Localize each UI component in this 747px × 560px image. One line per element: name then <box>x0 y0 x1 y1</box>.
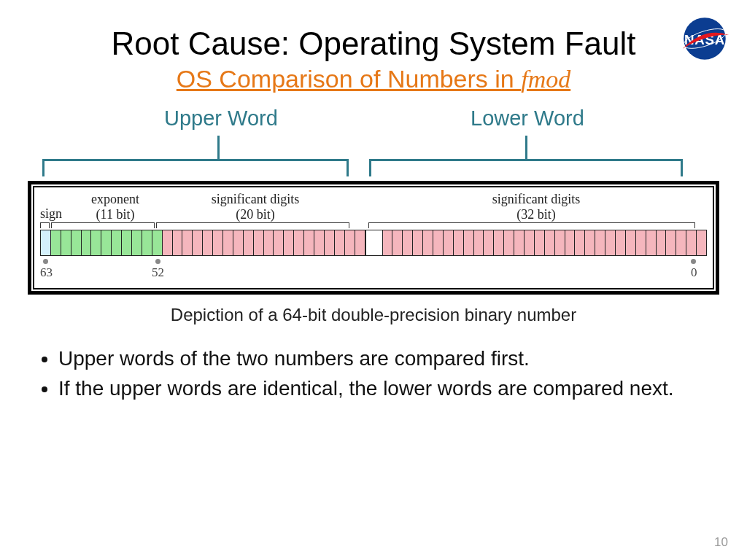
sig20-label-line1: significant digits <box>171 192 339 207</box>
bit-cell <box>274 230 284 255</box>
bit-cell <box>676 230 686 255</box>
word-brackets <box>0 136 747 181</box>
bit-cell <box>101 230 112 255</box>
bit-cell <box>616 230 626 255</box>
bit-diagram: sign exponent (11 bit) significant digit… <box>28 181 719 295</box>
bit-cell <box>392 230 403 255</box>
field-labels: sign exponent (11 bit) significant digit… <box>40 192 707 222</box>
bit-cell <box>325 230 335 255</box>
exponent-label: exponent (11 bit) <box>75 192 155 222</box>
sig20-bracket <box>156 222 349 228</box>
bit-cell <box>525 230 535 255</box>
bit-cell <box>657 230 667 255</box>
bit-cell <box>314 230 325 255</box>
bit-cell <box>595 230 605 255</box>
bit-cell <box>142 230 152 255</box>
sign-bracket <box>40 222 50 228</box>
bit-cell <box>423 230 433 255</box>
bit-cell <box>182 230 193 255</box>
bit-cell <box>433 230 444 255</box>
bit-cell <box>61 230 71 255</box>
sig32-label: significant digits (32 bit) <box>434 192 638 222</box>
bits-row <box>40 230 707 256</box>
lower-word-label: Lower Word <box>471 106 584 131</box>
lower-stem <box>525 136 527 159</box>
sign-label: sign <box>40 206 62 222</box>
bit-cell <box>294 230 304 255</box>
sig32-bracket <box>368 222 695 228</box>
bit-cell <box>71 230 82 255</box>
diagram-caption: Depiction of a 64-bit double-precision b… <box>0 305 747 325</box>
bit-cell <box>514 230 525 255</box>
slide-title: Root Cause: Operating System Fault <box>0 0 747 62</box>
bit-cell <box>636 230 646 255</box>
bit-cell <box>152 230 163 255</box>
word-labels-row: Upper Word Lower Word <box>0 106 747 136</box>
dot-0 <box>691 259 696 264</box>
bit-cell <box>132 230 142 255</box>
bit-cell <box>173 230 183 255</box>
slide-subtitle: OS Comparison of Numbers in fmod <box>0 65 747 93</box>
index-52: 52 <box>152 265 164 280</box>
sig32-label-line2: (32 bit) <box>434 207 638 222</box>
bit-cell <box>193 230 203 255</box>
index-63: 63 <box>40 265 53 280</box>
bit-cell <box>203 230 213 255</box>
word-gap <box>365 230 383 255</box>
bit-cell <box>484 230 494 255</box>
upper-bracket <box>42 159 349 176</box>
bit-cell <box>244 230 254 255</box>
sig20-label-line2: (20 bit) <box>171 207 339 222</box>
bit-cell <box>444 230 454 255</box>
bit-cell <box>474 230 484 255</box>
exponent-bracket <box>51 222 155 228</box>
upper-stem <box>217 136 220 159</box>
bit-cell <box>82 230 92 255</box>
bit-cell <box>91 230 101 255</box>
bit-cell <box>383 230 393 255</box>
bit-cell <box>284 230 294 255</box>
bit-cell <box>504 230 514 255</box>
bit-cell <box>345 230 355 255</box>
sig20-label: significant digits (20 bit) <box>171 192 339 222</box>
bit-cell <box>264 230 274 255</box>
bit-cell <box>51 230 61 255</box>
bit-cell <box>304 230 314 255</box>
bit-cell <box>565 230 576 255</box>
index-0: 0 <box>691 265 697 280</box>
exponent-label-line2: (11 bit) <box>75 207 155 222</box>
bit-cell <box>213 230 223 255</box>
bit-cell <box>494 230 504 255</box>
subtitle-text: OS Comparison of Numbers in <box>177 65 521 93</box>
bit-cell <box>454 230 464 255</box>
bit-cell <box>163 230 173 255</box>
bit-cell <box>626 230 636 255</box>
bit-cell <box>223 230 233 255</box>
bit-cell <box>575 230 585 255</box>
bit-cell <box>112 230 122 255</box>
bit-cell <box>646 230 657 255</box>
bit-index-row: 63 52 0 <box>40 259 707 281</box>
bit-cell <box>535 230 545 255</box>
bit-cell <box>335 230 345 255</box>
subtitle-code: fmod <box>521 66 570 93</box>
page-number: 10 <box>714 535 728 550</box>
bit-cell <box>686 230 697 255</box>
bit-cell <box>41 230 51 255</box>
bit-cell <box>122 230 132 255</box>
bit-cell <box>697 230 706 255</box>
upper-word-label: Upper Word <box>164 106 278 131</box>
bullet-item: Upper words of the two numbers are compa… <box>58 346 706 373</box>
bit-cell <box>254 230 264 255</box>
lower-bracket <box>369 159 683 176</box>
exponent-label-line1: exponent <box>75 192 155 207</box>
bit-cell <box>666 230 676 255</box>
bullet-list: Upper words of the two numbers are compa… <box>41 346 706 402</box>
dot-63 <box>43 259 48 264</box>
bit-cell <box>413 230 423 255</box>
sig32-label-line1: significant digits <box>434 192 638 207</box>
bit-cell <box>555 230 565 255</box>
dot-52 <box>155 259 160 264</box>
bit-cell <box>355 230 365 255</box>
bit-cell <box>233 230 244 255</box>
